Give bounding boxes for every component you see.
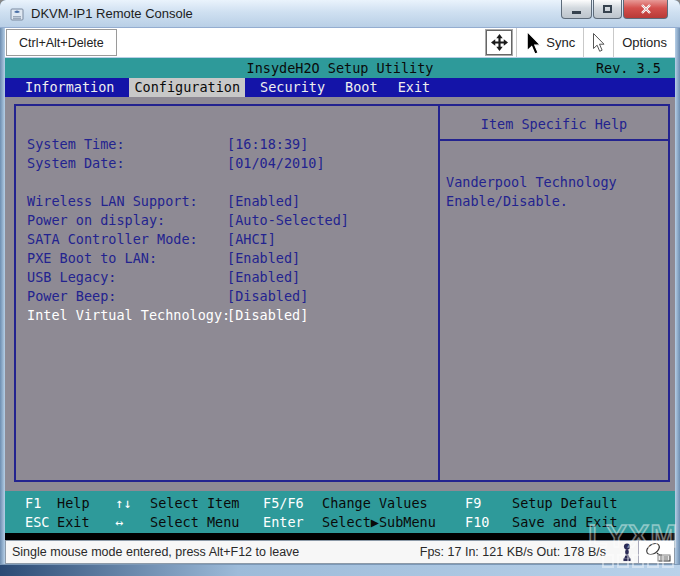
window-title: DKVM-IP1 Remote Console [31, 6, 193, 21]
tab-configuration[interactable]: Configuration [129, 78, 245, 97]
spacer [16, 173, 438, 192]
status-bar: Single mouse mode entered, press Alt+F12… [5, 540, 675, 564]
window-frame-bottom [0, 564, 680, 576]
setting-system-time[interactable]: System Time:[16:18:39] [16, 135, 438, 154]
window-frame-right [675, 28, 680, 564]
setting-system-date[interactable]: System Date:[01/04/2010] [16, 154, 438, 173]
mouse-keyboard-icon[interactable] [638, 541, 674, 563]
toolbar: Ctrl+Alt+Delete Sync Options [5, 28, 675, 58]
help-panel-divider [440, 139, 668, 141]
settings-panel: System Time:[16:18:39] System Date:[01/0… [16, 106, 440, 480]
close-icon [640, 4, 652, 14]
status-message: Single mouse mode entered, press Alt+F12… [12, 545, 299, 559]
hotkey-bar: F1 Help ↑↓ Select Item F5/F6 Change Valu… [5, 491, 675, 533]
setting-usb-legacy[interactable]: USB Legacy:[Enabled] [16, 268, 438, 287]
tab-information[interactable]: Information [20, 78, 119, 97]
sync-label: Sync [546, 35, 575, 50]
bios-body: System Time:[16:18:39] System Date:[01/0… [5, 97, 675, 491]
help-panel-title: Item Specific Help [440, 115, 668, 134]
hotkey-row: ESC Exit ↔ Select Menu Enter Select▶SubM… [25, 513, 675, 532]
maximize-button[interactable] [593, 0, 622, 19]
help-panel: Item Specific Help Vanderpool Technology… [440, 106, 668, 480]
bios-revision: Rev. 3.5 [596, 58, 661, 78]
ctrl-alt-delete-button[interactable]: Ctrl+Alt+Delete [6, 29, 117, 56]
setting-wireless-lan[interactable]: Wireless LAN Support:[Enabled] [16, 192, 438, 211]
close-button[interactable] [623, 0, 668, 19]
screen-bottom-strip [5, 533, 675, 540]
tab-security[interactable]: Security [255, 78, 330, 97]
tab-exit[interactable]: Exit [393, 78, 436, 97]
tab-boot[interactable]: Boot [340, 78, 383, 97]
connection-stats: Fps: 17 In: 121 KB/s Out: 178 B/s [420, 545, 606, 559]
bios-box: System Time:[16:18:39] System Date:[01/0… [14, 104, 670, 482]
cursor-outline-icon [592, 33, 605, 52]
title-bar[interactable]: DKVM-IP1 Remote Console [0, 0, 680, 28]
bios-title: InsydeH2O Setup Utility [247, 60, 434, 76]
setting-power-on-display[interactable]: Power on display:[Auto-Selected] [16, 211, 438, 230]
setting-sata-mode[interactable]: SATA Controller Mode:[AHCI] [16, 230, 438, 249]
fullscreen-button[interactable] [486, 30, 512, 55]
setting-pxe-boot[interactable]: PXE Boot to LAN:[Enabled] [16, 249, 438, 268]
app-icon [9, 6, 25, 22]
minimize-button[interactable] [561, 0, 592, 19]
bios-header: InsydeH2O Setup Utility Rev. 3.5 [5, 58, 675, 78]
minimize-icon [572, 11, 581, 14]
mouse-pointer-icon [525, 31, 542, 55]
options-button[interactable]: Options [614, 28, 675, 57]
setting-power-beep[interactable]: Power Beep:[Disabled] [16, 287, 438, 306]
user-icon [616, 543, 638, 562]
bios-screen: InsydeH2O Setup Utility Rev. 3.5 Informa… [5, 58, 675, 540]
bios-menu-bar: Information Configuration Security Boot … [5, 78, 675, 97]
window-frame-left [0, 28, 5, 564]
setting-intel-virtual-technology[interactable]: Intel Virtual Technology:[Disabled] [16, 306, 438, 325]
remote-console-window: DKVM-IP1 Remote Console Ctrl+Alt+Delete [0, 0, 680, 576]
fullscreen-icon [491, 34, 508, 51]
sync-button[interactable]: Sync [517, 28, 583, 57]
help-panel-text: Vanderpool Technology Enable/Disable. [440, 173, 668, 211]
cursor-mode-button[interactable] [584, 28, 613, 57]
hotkey-row: F1 Help ↑↓ Select Item F5/F6 Change Valu… [25, 494, 675, 513]
maximize-icon [603, 5, 612, 13]
window-controls [560, 0, 668, 19]
